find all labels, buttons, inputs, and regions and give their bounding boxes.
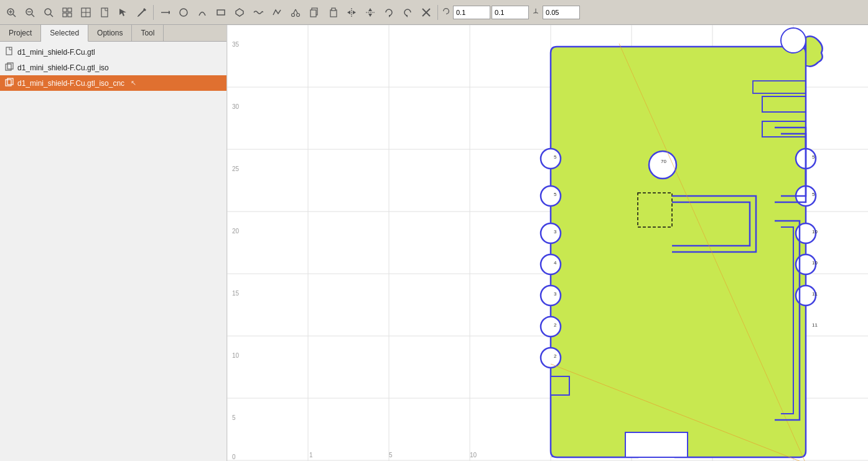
svg-text:5: 5 — [232, 414, 236, 421]
tab-bar: Project Selected Options Tool — [0, 25, 226, 42]
file-name-1: d1_mini_shield-F.Cu.gtl — [17, 48, 95, 57]
svg-text:35: 35 — [232, 41, 240, 48]
svg-text:0: 0 — [232, 454, 236, 460]
svg-point-95 — [649, 151, 676, 179]
file-name-2: d1_mini_shield-F.Cu.gtl_iso — [17, 63, 109, 72]
file-item-1[interactable]: d1_mini_shield-F.Cu.gtl — [0, 44, 226, 60]
svg-point-88 — [541, 317, 561, 337]
svg-text:30: 30 — [232, 103, 240, 110]
svg-marker-39 — [368, 14, 372, 17]
delete-button[interactable] — [418, 4, 435, 21]
svg-rect-9 — [63, 8, 67, 12]
svg-text:3: 3 — [554, 291, 557, 297]
grid-svg: 35 30 25 20 15 10 5 0 1 5 10 15 20 25 30 — [227, 25, 868, 461]
rect-tool-button[interactable] — [212, 4, 230, 21]
svg-text:5: 5 — [812, 154, 815, 160]
poly-tool-button[interactable] — [231, 4, 248, 21]
svg-marker-41 — [406, 16, 408, 17]
grid-y-input[interactable] — [492, 6, 529, 19]
tab-selected[interactable]: Selected — [41, 25, 88, 42]
rotation-input[interactable] — [543, 6, 580, 19]
svg-text:10: 10 — [232, 352, 240, 359]
file-item-3[interactable]: d1_mini_shield-F.Cu.gtl_iso_cnc ↖ — [0, 75, 226, 91]
draw-tool-button[interactable] — [133, 4, 151, 21]
tab-options[interactable]: Options — [88, 25, 132, 41]
left-panel: Project Selected Options Tool d1_mini_sh… — [0, 25, 227, 461]
svg-text:10: 10 — [812, 229, 818, 235]
svg-text:15: 15 — [232, 290, 240, 297]
svg-rect-31 — [310, 10, 316, 17]
new-file-button[interactable] — [96, 4, 113, 21]
svg-point-87 — [541, 286, 561, 305]
svg-rect-24 — [217, 10, 225, 15]
svg-text:5: 5 — [389, 452, 393, 459]
file-list: d1_mini_shield-F.Cu.gtl d1_mini_shield-F… — [0, 42, 226, 461]
rotate-cw-button[interactable] — [380, 4, 398, 21]
svg-marker-22 — [169, 11, 170, 14]
svg-marker-38 — [368, 8, 372, 11]
svg-rect-10 — [68, 8, 72, 12]
svg-text:11: 11 — [812, 291, 818, 297]
separator-1 — [153, 5, 154, 20]
svg-text:10: 10 — [470, 452, 477, 459]
svg-marker-35 — [347, 11, 350, 14]
svg-text:5: 5 — [812, 192, 815, 197]
svg-point-23 — [180, 9, 187, 16]
svg-marker-17 — [119, 9, 126, 16]
svg-point-85 — [541, 223, 561, 243]
svg-line-20 — [138, 16, 138, 17]
svg-text:2: 2 — [554, 322, 557, 328]
svg-line-28 — [294, 9, 296, 14]
arc-tool-button[interactable] — [194, 4, 211, 21]
svg-point-86 — [541, 254, 561, 274]
svg-text:5: 5 — [554, 154, 557, 160]
zoom-in-button[interactable] — [21, 4, 39, 21]
path-tool-button[interactable] — [268, 4, 286, 21]
svg-point-89 — [541, 348, 561, 368]
svg-text:4: 4 — [554, 260, 557, 266]
paste-button[interactable] — [324, 4, 342, 21]
svg-text:25: 25 — [232, 165, 240, 172]
grid-button[interactable] — [58, 4, 76, 21]
select-tool-button[interactable] — [114, 4, 132, 21]
tab-tool[interactable]: Tool — [132, 25, 164, 41]
canvas-area[interactable]: 35 30 25 20 15 10 5 0 1 5 10 15 20 25 30 — [227, 25, 868, 461]
separator-2 — [437, 5, 438, 20]
file-name-3: d1_mini_shield-F.Cu.gtl_iso_cnc — [17, 79, 124, 88]
svg-line-1 — [13, 14, 16, 17]
svg-text:5: 5 — [554, 192, 557, 197]
arrow-tool-button[interactable] — [156, 4, 174, 21]
grid2-button[interactable] — [77, 4, 95, 21]
svg-rect-11 — [63, 13, 67, 17]
grid-x-input[interactable]: 0.1 — [453, 6, 490, 19]
svg-marker-36 — [353, 11, 356, 14]
tab-project[interactable]: Project — [0, 25, 41, 41]
mirror-v-button[interactable] — [362, 4, 379, 21]
zoom-out-button[interactable] — [40, 4, 57, 21]
mirror-h-button[interactable] — [343, 4, 360, 21]
zoom-fit-button[interactable] — [2, 4, 20, 21]
circle-tool-button[interactable] — [175, 4, 192, 21]
svg-rect-103 — [551, 376, 569, 395]
cursor-icon: ↖ — [131, 79, 136, 87]
svg-point-83 — [541, 149, 561, 169]
svg-text:20: 20 — [232, 228, 240, 235]
cut-button[interactable] — [287, 4, 304, 21]
svg-line-29 — [296, 9, 298, 14]
svg-point-26 — [292, 13, 295, 16]
wave-tool-button[interactable] — [250, 4, 267, 21]
svg-marker-25 — [236, 9, 243, 16]
file-icon-1 — [5, 47, 14, 57]
copy-button[interactable] — [306, 4, 323, 21]
file-item-2[interactable]: d1_mini_shield-F.Cu.gtl_iso — [0, 60, 226, 75]
svg-rect-32 — [330, 10, 337, 17]
svg-rect-33 — [332, 8, 335, 11]
rotation-angle-icon — [531, 7, 540, 17]
rotate-ccw-button[interactable] — [399, 4, 416, 21]
svg-line-5 — [32, 14, 34, 17]
svg-text:2: 2 — [554, 353, 557, 359]
svg-rect-16 — [101, 8, 108, 17]
svg-text:3: 3 — [554, 229, 557, 235]
svg-text:1: 1 — [309, 452, 313, 459]
toolbar: 0.1 — [0, 0, 868, 25]
